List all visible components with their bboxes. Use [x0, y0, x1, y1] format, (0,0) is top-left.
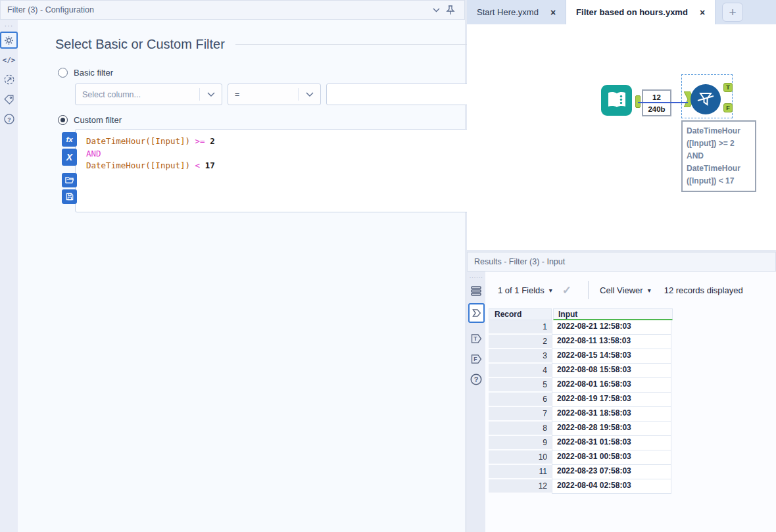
record-number-cell[interactable]: 2	[489, 335, 552, 349]
basic-filter-radio-row[interactable]: Basic filter	[58, 68, 475, 78]
column-header-record[interactable]: Record	[489, 308, 552, 320]
input-value-cell[interactable]: 2022-08-19 17:58:03	[552, 393, 671, 407]
workflow-canvas[interactable]: 12 240b T F	[467, 24, 776, 250]
text-input-tool[interactable]	[601, 85, 632, 116]
chevron-down-icon[interactable]: ▾	[648, 287, 651, 294]
function-icon[interactable]: fx	[62, 132, 77, 147]
false-output-anchor[interactable]: F	[723, 103, 733, 112]
expression-function: DateTimeHour([Input])	[86, 160, 195, 170]
table-row[interactable]: 1 2022-08-21 12:58:03	[489, 320, 776, 335]
table-row[interactable]: 7 2022-08-31 18:58:03	[489, 407, 776, 422]
input-anchor-button[interactable]	[468, 303, 485, 323]
input-value-cell[interactable]: 2022-08-28 19:58:03	[552, 422, 671, 436]
operator-dropdown[interactable]: =	[228, 84, 321, 105]
input-value-cell[interactable]: 2022-08-15 14:58:03	[552, 349, 671, 364]
fields-dropdown[interactable]: 1 of 1 Fields	[498, 285, 545, 295]
chevron-down-icon	[199, 88, 222, 101]
filter-tool[interactable]	[691, 84, 721, 114]
tool-annotation[interactable]: DateTimeHour ([Input]) >= 2 AND DateTime…	[681, 120, 756, 192]
open-folder-icon[interactable]	[62, 173, 77, 187]
custom-filter-radio-row[interactable]: Custom filter	[58, 115, 475, 125]
svg-text:T: T	[473, 335, 477, 342]
tag-tab-icon[interactable]	[0, 91, 18, 108]
configuration-body: ··· </> ? Select Basic or Custom Filter	[0, 20, 465, 532]
expression-operator: <	[195, 160, 205, 170]
true-anchor-button[interactable]: T	[468, 331, 484, 347]
results-titlebar[interactable]: Results - Filter (3) - Input	[467, 252, 776, 272]
configuration-tab-icon[interactable]	[0, 32, 18, 49]
input-value-cell[interactable]: 2022-08-01 16:58:03	[552, 378, 671, 393]
basic-filter-radio[interactable]	[58, 68, 68, 78]
record-number-cell[interactable]: 6	[489, 393, 552, 407]
record-number-cell[interactable]: 3	[489, 349, 552, 364]
new-workflow-button[interactable]: +	[722, 3, 743, 22]
configuration-titlebar[interactable]: Filter (3) - Configuration	[0, 0, 465, 20]
record-number-cell[interactable]: 8	[489, 422, 552, 436]
save-icon[interactable]	[62, 189, 77, 204]
true-output-anchor[interactable]: T	[723, 83, 733, 92]
table-row[interactable]: 10 2022-08-31 00:58:03	[489, 450, 776, 465]
record-number-cell[interactable]: 5	[489, 378, 552, 393]
custom-filter-radio[interactable]	[58, 115, 68, 125]
chevron-down-icon	[298, 88, 320, 101]
strip-drag-handle[interactable]: ······	[470, 274, 483, 280]
connection-line[interactable]	[638, 102, 688, 103]
column-header-input[interactable]: Input	[553, 308, 673, 320]
layout-rows-icon[interactable]	[468, 283, 484, 299]
table-row[interactable]: 11 2022-08-23 07:58:03	[489, 465, 776, 479]
collapse-chevron-icon[interactable]	[429, 4, 443, 16]
input-value-cell[interactable]: 2022-08-23 07:58:03	[552, 465, 671, 479]
expression-number: 2	[210, 136, 215, 146]
table-row[interactable]: 9 2022-08-31 01:58:03	[489, 436, 776, 450]
input-value-cell[interactable]: 2022-08-11 13:58:03	[552, 335, 671, 349]
record-number-cell[interactable]: 7	[489, 407, 552, 422]
operator-value: =	[228, 90, 298, 99]
cell-viewer-dropdown[interactable]: Cell Viewer	[600, 285, 643, 295]
alteryx-designer-window: Filter (3) - Configuration ··· </>	[0, 0, 776, 532]
input-value-cell[interactable]: 2022-08-31 00:58:03	[552, 450, 671, 465]
chevron-down-icon[interactable]: ▾	[549, 287, 552, 294]
record-number-cell[interactable]: 1	[489, 320, 552, 335]
table-row[interactable]: 4 2022-08-08 15:58:03	[489, 364, 776, 378]
close-icon[interactable]: ×	[550, 7, 556, 18]
expression-editor[interactable]: DateTimeHour([Input]) >= 2 AND DateTimeH…	[75, 129, 475, 212]
basic-filter-controls: Select column... =	[75, 84, 475, 105]
table-row[interactable]: 6 2022-08-19 17:58:03	[489, 393, 776, 407]
table-row[interactable]: 12 2022-08-04 02:58:03	[489, 479, 776, 494]
annotation-tab-icon[interactable]: </>	[0, 51, 18, 68]
run-settings-tab-icon[interactable]	[0, 71, 18, 88]
configuration-panel: Filter (3) - Configuration ··· </>	[0, 0, 467, 532]
record-number-cell[interactable]: 4	[489, 364, 552, 378]
close-icon[interactable]: ×	[700, 7, 705, 18]
record-number-cell[interactable]: 12	[489, 479, 552, 494]
expression-function: DateTimeHour([Input])	[86, 136, 195, 146]
false-anchor-button[interactable]: F	[468, 351, 484, 367]
record-number-cell[interactable]: 11	[489, 465, 552, 479]
input-value-cell[interactable]: 2022-08-21 12:58:03	[552, 320, 671, 335]
funnel-icon	[696, 91, 715, 108]
record-number-cell[interactable]: 10	[489, 450, 552, 465]
apply-check-icon[interactable]: ✓	[562, 283, 571, 297]
tab-filter-based-on-hours[interactable]: Filter based on hours.yxmd ×	[566, 0, 715, 24]
input-value-cell[interactable]: 2022-08-31 18:58:03	[552, 407, 671, 422]
help-anchor-button[interactable]: ?	[468, 372, 484, 387]
filter-value-input[interactable]	[326, 84, 475, 105]
input-value-cell[interactable]: 2022-08-31 01:58:03	[552, 436, 671, 450]
input-value-cell[interactable]: 2022-08-04 02:58:03	[552, 479, 671, 494]
table-row[interactable]: 5 2022-08-01 16:58:03	[489, 378, 776, 393]
strip-drag-handle[interactable]: ···	[5, 22, 14, 29]
expression-number: 17	[205, 160, 215, 170]
help-tab-icon[interactable]: ?	[0, 110, 18, 128]
tab-label: Filter based on hours.yxmd	[576, 7, 688, 17]
pin-icon[interactable]	[443, 4, 458, 16]
table-row[interactable]: 8 2022-08-28 19:58:03	[489, 422, 776, 436]
record-number-cell[interactable]: 9	[489, 436, 552, 450]
tab-start-here[interactable]: Start Here.yxmd ×	[467, 0, 566, 24]
variable-icon[interactable]: X	[62, 149, 77, 166]
table-row[interactable]: 2 2022-08-11 13:58:03	[489, 335, 776, 349]
table-row[interactable]: 3 2022-08-15 14:58:03	[489, 349, 776, 364]
basic-filter-label: Basic filter	[74, 68, 113, 78]
select-column-dropdown[interactable]: Select column...	[75, 84, 222, 105]
input-value-cell[interactable]: 2022-08-08 15:58:03	[552, 364, 671, 378]
book-icon	[606, 91, 627, 110]
